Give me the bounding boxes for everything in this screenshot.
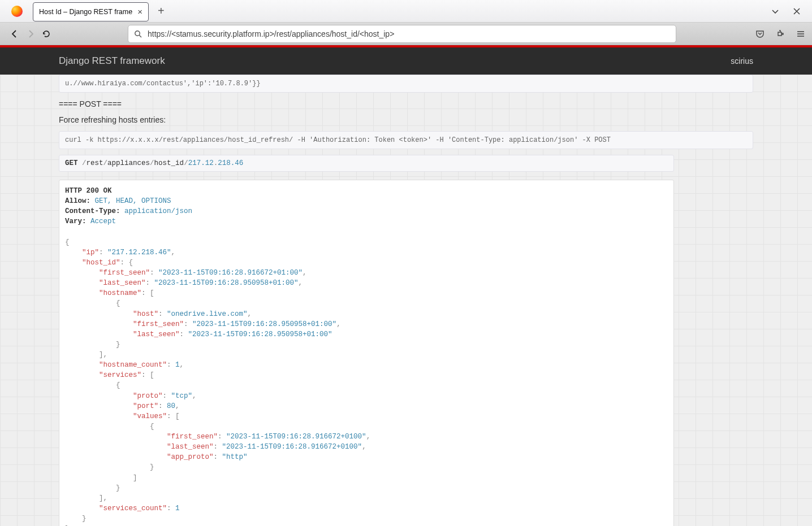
window-close-icon[interactable] bbox=[793, 7, 801, 15]
drf-brand-link[interactable]: Django REST framework bbox=[59, 55, 165, 67]
browser-tab-row: Host Id – Django REST frame × + bbox=[0, 0, 812, 23]
request-method: GET bbox=[65, 159, 78, 167]
svg-line-1 bbox=[139, 35, 141, 37]
menu-icon[interactable] bbox=[796, 29, 805, 38]
close-tab-icon[interactable]: × bbox=[137, 7, 142, 16]
content-area: u.//www.hiraiya.com/contactus','ip':'10.… bbox=[0, 75, 812, 526]
url-input[interactable] bbox=[148, 29, 670, 38]
drf-header: Django REST framework scirius bbox=[0, 47, 812, 75]
browser-tab[interactable]: Host Id – Django REST frame × bbox=[33, 2, 149, 21]
post-section-desc: Force refreshing hosts entries: bbox=[59, 115, 753, 124]
browser-nav-row bbox=[0, 23, 812, 45]
tabs-dropdown-icon[interactable] bbox=[771, 7, 779, 15]
forward-button[interactable] bbox=[23, 26, 38, 42]
tab-title: Host Id – Django REST frame bbox=[39, 8, 133, 16]
truncated-snippet-box: u.//www.hiraiya.com/contactus','ip':'10.… bbox=[59, 75, 753, 93]
request-line: GET /rest/appliances/host_id/217.12.218.… bbox=[59, 155, 674, 172]
new-tab-icon[interactable]: + bbox=[158, 5, 165, 18]
extensions-icon[interactable] bbox=[776, 29, 785, 38]
response-body: HTTP 200 OK Allow: GET, HEAD, OPTIONS Co… bbox=[59, 180, 673, 526]
curl-command-box: curl -k https://x.x.x.x/rest/appliances/… bbox=[59, 131, 753, 149]
back-button[interactable] bbox=[7, 26, 23, 42]
pocket-icon[interactable] bbox=[755, 29, 765, 38]
svg-point-0 bbox=[135, 31, 140, 35]
response-box: HTTP 200 OK Allow: GET, HEAD, OPTIONS Co… bbox=[59, 180, 674, 526]
url-bar[interactable] bbox=[128, 25, 676, 43]
post-section-heading: ==== POST ==== bbox=[59, 99, 753, 108]
firefox-logo-icon bbox=[11, 6, 23, 17]
search-icon bbox=[134, 30, 142, 38]
user-menu[interactable]: scirius bbox=[731, 56, 753, 66]
reload-button[interactable] bbox=[38, 26, 54, 42]
